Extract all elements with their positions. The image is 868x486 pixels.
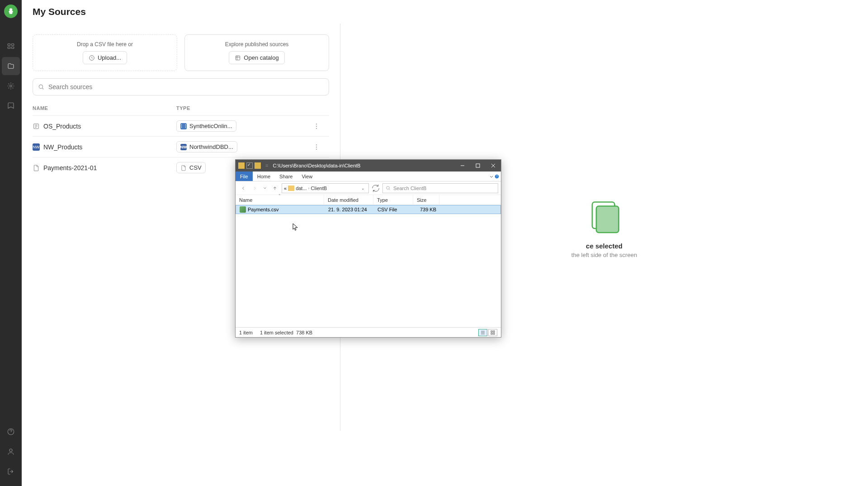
th-type: TYPE <box>176 105 311 111</box>
statusbar: 1 item 1 item selected 738 KB <box>236 327 501 337</box>
search-icon <box>386 186 391 191</box>
upload-button[interactable]: Upload... <box>83 51 127 64</box>
nav-help[interactable] <box>2 423 20 441</box>
ribbon-home[interactable]: Home <box>253 172 275 181</box>
svg-rect-21 <box>596 206 619 233</box>
status-selected: 1 item selected <box>260 330 293 335</box>
ribbon-file[interactable]: File <box>236 172 253 181</box>
nav-forward-button[interactable] <box>250 183 260 193</box>
explorer-search[interactable]: Search ClientB <box>382 183 498 193</box>
crumb-2[interactable]: ClientB <box>311 186 327 191</box>
svg-rect-8 <box>236 56 240 60</box>
svg-rect-3 <box>12 47 14 49</box>
file-type: CSV File <box>374 207 414 212</box>
address-bar[interactable]: « dat... › ClientB ⌄ <box>282 183 369 193</box>
search-input[interactable] <box>33 78 329 95</box>
row-name: OS_Products <box>43 123 81 130</box>
open-catalog-button[interactable]: Open catalog <box>229 51 284 64</box>
table-row[interactable]: NW NW_Products NW NorthwindDBD... <box>33 136 329 157</box>
catalog-hint: Explore published sources <box>225 41 289 48</box>
type-badge[interactable]: NW NorthwindDBD... <box>176 141 237 152</box>
svg-point-13 <box>316 128 317 129</box>
file-name: Payments.csv <box>248 207 278 212</box>
db-icon: NW <box>180 144 187 150</box>
minimize-button[interactable] <box>455 160 470 172</box>
type-badge[interactable]: ⋮⋮ SyntheticOnlin... <box>176 120 236 132</box>
titlebar[interactable]: = C:\Users\Brano\Desktop\data-in\ClientB <box>236 160 501 172</box>
crumb-1[interactable]: dat... <box>296 186 307 191</box>
file-explorer-window: = C:\Users\Brano\Desktop\data-in\ClientB… <box>235 159 501 338</box>
svg-rect-28 <box>491 333 492 334</box>
file-list[interactable]: Payments.csv 21. 9. 2023 01:24 CSV File … <box>236 205 501 327</box>
view-details-button[interactable] <box>478 329 487 336</box>
sidebar <box>0 0 22 486</box>
nav-user[interactable] <box>2 443 20 461</box>
nav-item-3[interactable] <box>2 77 20 95</box>
col-name[interactable]: Name⌃ <box>236 195 324 205</box>
navbar: « dat... › ClientB ⌄ Search ClientB <box>236 181 501 195</box>
view-icons-button[interactable] <box>488 329 497 336</box>
col-type[interactable]: Type <box>373 195 413 205</box>
no-selection-title: ce selected <box>586 242 623 250</box>
file-size: 739 KB <box>414 207 440 212</box>
source-icon <box>33 123 40 130</box>
col-size[interactable]: Size <box>413 195 439 205</box>
svg-point-9 <box>39 85 42 88</box>
status-size: 738 KB <box>296 330 312 335</box>
row-name: NW_Products <box>43 143 82 151</box>
address-dropdown[interactable]: ⌄ <box>359 186 367 191</box>
type-badge[interactable]: CSV <box>176 162 206 173</box>
drop-card[interactable]: Drop a CSV file here or Upload... <box>33 34 177 71</box>
file-row[interactable]: Payments.csv 21. 9. 2023 01:24 CSV File … <box>236 205 501 214</box>
svg-point-4 <box>10 85 12 87</box>
svg-point-16 <box>316 148 317 149</box>
table-row[interactable]: OS_Products ⋮⋮ SyntheticOnlin... <box>33 115 329 136</box>
close-button[interactable] <box>486 160 501 172</box>
nav-item-sources[interactable] <box>2 57 20 75</box>
col-date[interactable]: Date modified <box>324 195 373 205</box>
db-icon: NW <box>33 143 40 151</box>
empty-illustration <box>584 196 625 237</box>
csv-file-icon <box>240 206 246 213</box>
search-placeholder: Search ClientB <box>393 186 426 191</box>
app-logo[interactable] <box>4 5 18 18</box>
cursor-icon <box>292 223 298 231</box>
search-wrap <box>33 78 329 95</box>
nav-history-dropdown[interactable] <box>262 186 268 190</box>
folder-icon <box>238 162 245 169</box>
nav-up-button[interactable] <box>270 183 280 193</box>
nav-exit[interactable] <box>2 462 20 481</box>
nav-item-1[interactable] <box>2 37 20 55</box>
qat-newfolder-icon[interactable] <box>255 162 261 169</box>
ribbon-collapse-icon[interactable] <box>489 174 494 179</box>
nav-back-button[interactable] <box>238 183 248 193</box>
svg-rect-0 <box>8 44 10 46</box>
type-label: CSV <box>189 164 202 171</box>
th-name: NAME <box>33 105 176 111</box>
nav-item-4[interactable] <box>2 97 20 115</box>
row-more-button[interactable] <box>311 142 322 152</box>
maximize-button[interactable] <box>470 160 486 172</box>
crumb-left[interactable]: « <box>284 186 287 191</box>
type-label: SyntheticOnlin... <box>189 123 232 129</box>
svg-point-11 <box>316 124 317 124</box>
row-more-button[interactable] <box>311 121 322 132</box>
ribbon-share[interactable]: Share <box>275 172 297 181</box>
file-icon <box>33 164 40 172</box>
csv-icon <box>180 165 187 171</box>
page-title: My Sources <box>22 0 868 24</box>
ribbon-view[interactable]: View <box>297 172 317 181</box>
svg-rect-26 <box>491 331 492 332</box>
svg-point-12 <box>316 126 317 127</box>
svg-point-14 <box>316 144 317 145</box>
refresh-button[interactable] <box>371 183 381 193</box>
svg-rect-29 <box>493 333 495 334</box>
chevron-right-icon[interactable]: › <box>308 186 310 191</box>
ribbon: File Home Share View ? <box>236 172 501 181</box>
no-selection-sub: the left side of the screen <box>571 252 637 258</box>
qat-properties-icon[interactable] <box>246 162 253 169</box>
titlebar-path: C:\Users\Brano\Desktop\data-in\ClientB <box>270 163 455 168</box>
row-name: Payments-2021-01 <box>43 164 97 172</box>
file-date: 21. 9. 2023 01:24 <box>325 207 374 212</box>
help-icon[interactable]: ? <box>495 174 499 179</box>
